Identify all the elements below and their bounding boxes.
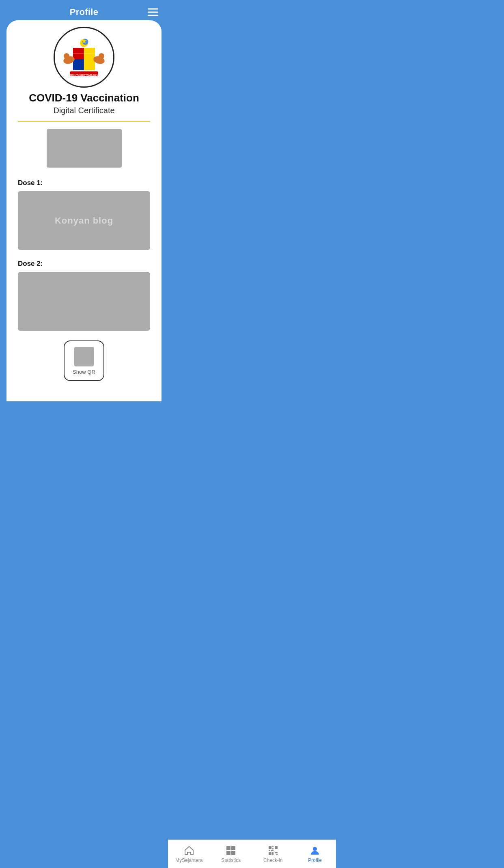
hamburger-line-1: [148, 9, 158, 10]
certificate-title: COVID-19 Vaccination: [18, 92, 150, 104]
dose1-section: Dose 1: Konyan blog: [18, 179, 150, 250]
svg-point-11: [99, 53, 104, 59]
hamburger-line-2: [148, 12, 158, 13]
hamburger-line-3: [148, 15, 158, 16]
show-qr-label: Show QR: [73, 369, 95, 375]
page-title: Profile: [70, 7, 99, 17]
dose2-image: [18, 272, 150, 331]
user-info-placeholder: [47, 129, 122, 168]
show-qr-wrapper: Show QR: [18, 340, 150, 381]
certificate-subtitle: Digital Certificate: [18, 106, 150, 115]
card-content: COVID-19 Vaccination Digital Certificate…: [6, 92, 162, 393]
svg-rect-4: [84, 59, 95, 70]
svg-point-9: [64, 53, 69, 59]
dose1-watermark: Konyan blog: [55, 215, 113, 226]
dose1-image: Konyan blog: [18, 191, 150, 250]
qr-icon: [74, 347, 94, 366]
menu-button[interactable]: [146, 7, 160, 18]
dose2-label: Dose 2:: [18, 260, 150, 268]
certificate-card: BERSEKUTU BERTAMBAH MUTU COVID-19 Vaccin…: [6, 20, 162, 401]
malaysia-emblem: BERSEKUTU BERTAMBAH MUTU: [54, 27, 114, 88]
svg-rect-3: [73, 59, 84, 70]
gold-divider: [18, 121, 150, 122]
dose1-label: Dose 1:: [18, 179, 150, 187]
emblem-wrapper: BERSEKUTU BERTAMBAH MUTU: [6, 20, 162, 92]
emblem-icon: BERSEKUTU BERTAMBAH MUTU: [58, 31, 110, 84]
svg-text:BERSEKUTU BERTAMBAH MUTU: BERSEKUTU BERTAMBAH MUTU: [65, 74, 103, 76]
dose2-section: Dose 2:: [18, 260, 150, 331]
show-qr-button[interactable]: Show QR: [64, 340, 104, 381]
